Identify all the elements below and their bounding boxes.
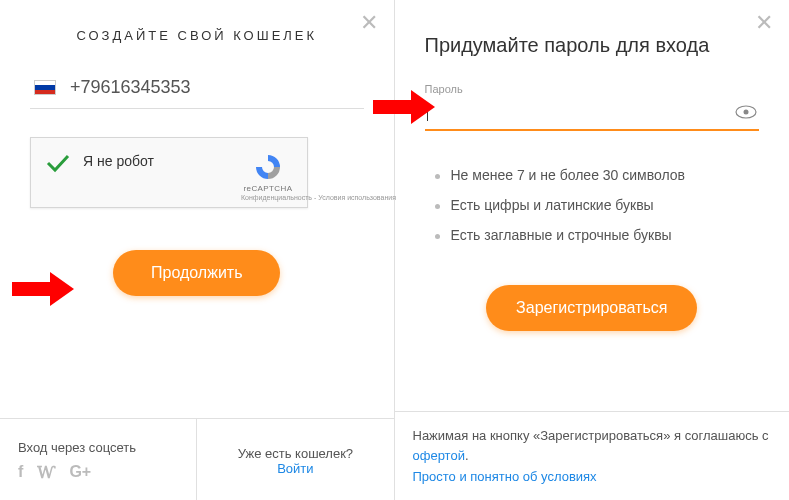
svg-marker-1 [50,272,74,306]
phone-field[interactable]: +79616345353 [30,77,364,109]
requirement-item: Есть заглавные и строчные буквы [435,227,760,243]
existing-wallet-cell: Уже есть кошелек? Войти [197,419,393,500]
eye-icon[interactable] [735,105,757,119]
social-login-cell: Вход через соцсеть f Ⱳ G+ [0,419,197,500]
checkmark-icon [45,152,71,174]
recaptcha-icon [253,152,283,182]
continue-button[interactable]: Продолжить [113,250,280,296]
password-input[interactable] [428,101,736,123]
phone-value: +79616345353 [70,77,191,98]
recaptcha-label: Я не робот [83,152,229,169]
offer-link[interactable]: офертой [413,448,465,463]
terms-link[interactable]: Просто и понятно об условиях [413,467,772,488]
vk-icon[interactable]: Ⱳ [37,463,55,482]
right-footer: Нажимая на кнопку «Зарегистрироваться» я… [395,411,790,500]
create-wallet-title: СОЗДАЙТЕ СВОЙ КОШЕЛЕК [30,28,364,43]
password-requirements: Не менее 7 и не более 30 символов Есть ц… [425,167,760,243]
password-field-label: Пароль [425,83,760,95]
facebook-icon[interactable]: f [18,463,23,482]
recaptcha-badge: reCAPTCHA Конфиденциальность - Условия и… [241,152,295,201]
password-field[interactable] [425,97,760,131]
instruction-arrow-icon [12,272,74,306]
flag-russia-icon [34,80,56,95]
terms-cell: Нажимая на кнопку «Зарегистрироваться» я… [395,412,790,500]
have-wallet-text: Уже есть кошелек? [215,446,375,461]
svg-point-5 [744,110,749,115]
left-footer: Вход через соцсеть f Ⱳ G+ Уже есть кошел… [0,418,394,500]
google-plus-icon[interactable]: G+ [69,463,91,482]
close-icon[interactable]: ✕ [360,12,378,34]
recaptcha-widget[interactable]: Я не робот reCAPTCHA Конфиденциальность … [30,137,308,208]
svg-rect-2 [373,100,411,114]
svg-rect-0 [12,282,50,296]
social-login-title: Вход через соцсеть [18,440,178,455]
close-icon[interactable]: ✕ [755,12,773,34]
requirement-item: Есть цифры и латинские буквы [435,197,760,213]
svg-marker-3 [411,90,435,124]
instruction-arrow-icon [373,90,435,124]
login-link[interactable]: Войти [215,461,375,476]
requirement-item: Не менее 7 и не более 30 символов [435,167,760,183]
register-button[interactable]: Зарегистрироваться [486,285,697,331]
agree-text: Нажимая на кнопку «Зарегистрироваться» я… [413,428,769,443]
password-title: Придумайте пароль для входа [425,34,760,57]
